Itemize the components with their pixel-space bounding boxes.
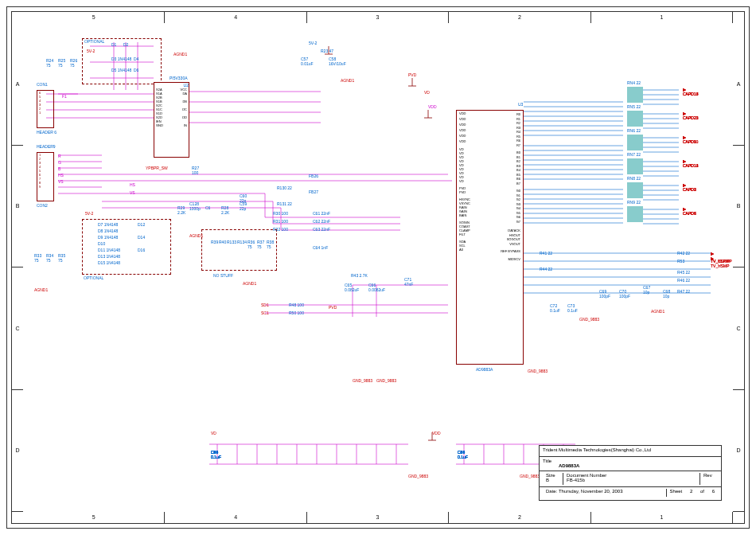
net-b: B [58, 166, 60, 171]
r48: R48 100 [289, 303, 304, 307]
con2-ref: CON2 [37, 203, 48, 208]
date-label: Date: [546, 489, 557, 494]
r27: R27100 [192, 166, 199, 175]
c68: C6810p [663, 289, 670, 299]
d9: D9 1N4148 [98, 235, 118, 240]
con2: 1 2 3 4 5 6 7 8 9 [37, 152, 54, 201]
d5: D5 1N4148 [111, 68, 131, 72]
sheet-of: of [700, 489, 704, 494]
gnd9883-dec1: GND_9883 [408, 474, 428, 478]
ruler-row: D [12, 390, 23, 513]
d7: D7 1N4148 [98, 222, 118, 227]
r46: R46 22 [677, 278, 690, 283]
rn8 [627, 182, 643, 198]
r33: R3375 [34, 253, 41, 263]
con1-ref: CON1 [37, 82, 48, 87]
diode-box-top [82, 38, 162, 84]
c69: C69100pF [599, 289, 610, 299]
rn8-ref: RN8 22 [627, 176, 641, 181]
r24: R2475 [46, 58, 53, 68]
ruler-row: A [12, 23, 23, 146]
sheet-total: 6 [712, 489, 715, 494]
r35: R3575 [58, 253, 65, 263]
ruler-col: 4 [165, 12, 306, 23]
r44: R44 22 [540, 267, 552, 271]
optional2: OPTIONAL [84, 275, 103, 280]
date: Thursday, November 20, 2003 [559, 489, 623, 494]
d14: D14 [138, 235, 145, 240]
gnd9883-1: GND_9883 [353, 378, 372, 383]
r29: R292.2K [177, 205, 185, 215]
docnum: FB-415b [567, 478, 696, 482]
d3: D3 1N4148 [111, 57, 131, 61]
c65: C650.082uF [345, 283, 359, 292]
ruler-row: C [12, 268, 23, 390]
agnd-diode: AGND1 [173, 52, 187, 57]
gnd9883-2: GND_9883 [376, 378, 396, 383]
diode-box-bot [82, 219, 171, 275]
ic-u2: U2 S2AVCC S1ADA S2B S1BDB S2C S1CDC S1D … [154, 82, 189, 158]
no-stuff-label: NO STUFF [213, 273, 233, 278]
r25: R2575 [58, 58, 65, 68]
c128: C1281000p [189, 201, 201, 211]
u3-ref: U3 [518, 102, 523, 107]
c71: C7147nF [404, 277, 413, 287]
rev-label: Rev [703, 473, 715, 478]
page-title: AD9883A [559, 463, 718, 468]
net-5v2-left: 5V-2 [87, 49, 95, 53]
agnd-mid: AGND1 [189, 233, 203, 238]
c70: C70100pF [619, 289, 630, 299]
r36: R3675 [247, 240, 255, 249]
d2: D2 [123, 42, 128, 47]
c66: C660.0082uF [368, 283, 385, 292]
c59: C5922p [240, 201, 247, 211]
r133: R133 [227, 240, 236, 244]
fb27: FB27 [309, 189, 318, 194]
ypbpr-sw: YPBPR_SW [146, 166, 168, 170]
agnd-r: AGND1 [651, 309, 664, 314]
rn4-ref: RN4 22 [627, 80, 641, 85]
c61: C61 22nF [313, 211, 330, 216]
fb26: FB26 [309, 174, 318, 178]
company: Trident Multimedia Technologies(Shanghai… [543, 447, 651, 455]
r31: R31 100 [273, 219, 288, 224]
vd-decouple: VD [211, 431, 216, 435]
gnd9883-3: GND_9883 [528, 369, 548, 373]
rn6-ref: RN6 22 [627, 128, 641, 133]
r30: R30 100 [273, 211, 288, 216]
c6: C6 [205, 205, 210, 210]
r47: R47 22 [677, 289, 690, 294]
vdd-decouple: VDD [432, 431, 441, 435]
agnd-top: AGND1 [341, 78, 354, 83]
agnd-left: AGND1 [34, 287, 48, 292]
gnd9883-dec2: GND_9883 [520, 474, 540, 478]
pvd-label: PVD [329, 305, 337, 310]
d15: D15 1N4148 [98, 260, 120, 265]
hs-mid: HS [130, 182, 135, 187]
r53: R53 [677, 259, 684, 264]
d11: D11 1N4148 [98, 248, 120, 252]
power-5v2: 5V-2 [309, 41, 317, 45]
con1: 6 5 4 3 2 1 [37, 90, 54, 128]
con2-type: HEADER9 [37, 144, 56, 149]
sheet-label: Sheet [670, 489, 683, 494]
r42: R42 22 [677, 251, 690, 256]
d1: D1 [111, 42, 116, 47]
gnd9883-4: GND_9883 [579, 317, 599, 322]
ic-u3: VDD VDD VDD VDD VDD VDD VD VD VD VD VD V… [456, 110, 524, 365]
r26: R2675 [70, 58, 77, 68]
c72: C720.1uF [550, 303, 560, 313]
c62: C62 22nF [313, 219, 330, 224]
c67: C6710p [643, 285, 650, 295]
no-stuff-box [201, 229, 277, 271]
rn7-ref: RN7 22 [627, 152, 641, 157]
r28: R282.2K [221, 205, 229, 215]
r32: R32 100 [273, 227, 288, 232]
agnd-nostuff: AGND1 [243, 281, 256, 286]
sc1: SC1 [261, 310, 269, 315]
vdd-top: VDD [428, 104, 437, 109]
r50: R50 100 [289, 310, 304, 315]
sd1: SD1 [261, 303, 269, 307]
r40: R40 [219, 240, 226, 244]
c57: C570.01uF [301, 57, 314, 66]
